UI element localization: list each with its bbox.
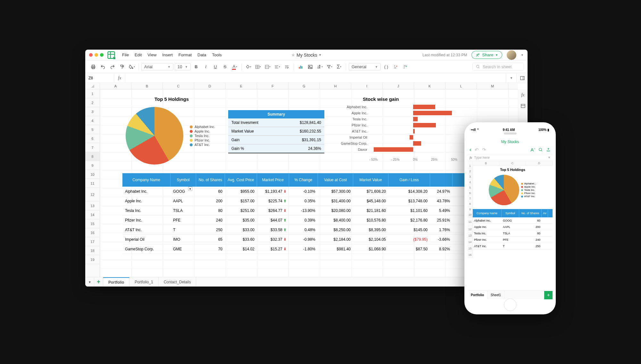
- phone-row-header[interactable]: 16: [468, 252, 473, 258]
- row-header[interactable]: 2: [85, 98, 100, 107]
- document-name[interactable]: ★ My Stocks ▼: [291, 52, 321, 58]
- sort-icon[interactable]: AZ▾: [316, 63, 324, 71]
- phone-table-row[interactable]: Pfizer Inc.PFE240: [473, 237, 553, 243]
- phone-table-row[interactable]: AT&T Inc.T250: [473, 243, 553, 249]
- row-header[interactable]: 9: [85, 161, 100, 170]
- fx-side-icon[interactable]: fx: [520, 92, 526, 98]
- formula-input[interactable]: [125, 73, 506, 83]
- phone-row-header[interactable]: 15: [468, 245, 473, 252]
- filter-dropdown-icon[interactable]: ▾: [188, 187, 192, 191]
- star-icon[interactable]: ★: [291, 52, 295, 58]
- tabs-menu-icon[interactable]: ▾: [85, 277, 94, 287]
- row-header[interactable]: 15: [85, 219, 100, 228]
- font-select[interactable]: Arial▼: [141, 63, 173, 70]
- column-header[interactable]: I: [351, 83, 383, 89]
- phone-table-row[interactable]: Tesla Inc.TSLA80: [473, 230, 553, 237]
- merge-icon[interactable]: ▾: [263, 63, 272, 71]
- menu-tools[interactable]: Tools: [212, 53, 221, 57]
- column-header[interactable]: C: [163, 83, 194, 89]
- phone-row-header[interactable]: 9: [468, 207, 473, 212]
- phone-table-row[interactable]: Alphabet Inc.GOOG60: [473, 217, 553, 224]
- phone-row-header[interactable]: 2: [468, 169, 473, 174]
- phone-row-header[interactable]: 13: [468, 232, 473, 239]
- menu-format[interactable]: Format: [179, 53, 192, 57]
- row-header[interactable]: 17: [85, 237, 100, 246]
- table-header[interactable]: No. of Shares: [196, 173, 225, 187]
- borders-icon[interactable]: ▾: [254, 63, 262, 71]
- chevron-down-icon[interactable]: ▼: [521, 53, 524, 57]
- phone-col-header[interactable]: C: [499, 161, 526, 166]
- row-header[interactable]: 4: [85, 116, 100, 125]
- column-header[interactable]: G: [288, 83, 320, 89]
- undo-icon[interactable]: ↶: [475, 147, 479, 153]
- phone-row-header[interactable]: 7: [468, 196, 473, 201]
- column-header[interactable]: H: [320, 83, 351, 89]
- cell-reference[interactable]: Z8: [85, 73, 114, 83]
- row-header[interactable]: 18: [85, 246, 100, 255]
- select-all-corner[interactable]: [85, 83, 100, 89]
- row-header[interactable]: 12: [85, 188, 100, 201]
- search-icon[interactable]: [538, 148, 543, 152]
- column-header[interactable]: B: [131, 83, 163, 89]
- row-header[interactable]: 10: [85, 170, 100, 179]
- phone-table-row[interactable]: Apple Inc.AAPL200: [473, 224, 553, 230]
- panel-icon[interactable]: [520, 103, 526, 109]
- row-header[interactable]: 19: [85, 255, 100, 264]
- back-icon[interactable]: ‹: [470, 146, 471, 153]
- menu-edit[interactable]: Edit: [135, 53, 142, 57]
- row-header[interactable]: 11: [85, 179, 100, 188]
- table-header[interactable]: Symbol: [171, 173, 196, 187]
- phone-row-header[interactable]: 12: [468, 226, 473, 232]
- phone-row-header[interactable]: 10: [468, 212, 473, 218]
- sheet-tab[interactable]: Contact_Details: [159, 277, 196, 287]
- table-row[interactable]: Tesla Inc.TSLA80$251.00$264.77⬇-13.90%$2…: [122, 206, 472, 215]
- menu-data[interactable]: Data: [197, 53, 206, 57]
- italic-icon[interactable]: I: [202, 63, 210, 71]
- table-row[interactable]: Imperial OilIMO65$33.60$32.37⬇-0.98%$2,1…: [122, 235, 472, 244]
- text-format-icon[interactable]: A=: [530, 147, 535, 152]
- column-header[interactable]: F: [257, 83, 288, 89]
- minimize-window-icon[interactable]: [95, 53, 98, 57]
- column-header[interactable]: E: [226, 83, 257, 89]
- table-header[interactable]: Market Price: [257, 173, 289, 187]
- row-header[interactable]: 8: [85, 152, 100, 161]
- increase-decimal-icon[interactable]: .00.0: [401, 63, 410, 71]
- phone-row-header[interactable]: 1: [468, 163, 473, 169]
- decrease-decimal-icon[interactable]: .0.00: [392, 63, 400, 71]
- table-header[interactable]: Value at Cost: [318, 173, 353, 187]
- chevron-down-icon[interactable]: ▼: [319, 53, 322, 57]
- phone-sheet-tab[interactable]: Portfolio: [468, 291, 487, 299]
- table-row[interactable]: Alphabet Inc.GOOG60$955.00$1,193.47⬇-0.1…: [122, 187, 472, 196]
- font-size-select[interactable]: 10▼: [175, 63, 191, 70]
- phone-row-header[interactable]: 4: [468, 180, 473, 185]
- row-header[interactable]: 13: [85, 201, 100, 210]
- menu-view[interactable]: View: [147, 53, 156, 57]
- menu-insert[interactable]: Insert: [162, 53, 173, 57]
- add-sheet-button[interactable]: +: [94, 277, 103, 287]
- phone-row-header[interactable]: 3: [468, 174, 473, 180]
- print-icon[interactable]: [89, 63, 97, 71]
- undo-icon[interactable]: [99, 63, 107, 71]
- table-row[interactable]: Pfizer Inc.PFE240$35.00$44.07⬆0.39%$8,40…: [122, 215, 472, 225]
- fx-icon[interactable]: fx: [114, 73, 125, 83]
- phone-row-header[interactable]: 5: [468, 185, 473, 190]
- phone-row-header[interactable]: 11: [468, 218, 473, 226]
- table-header[interactable]: Avg. Cost Price: [225, 173, 257, 187]
- table-header[interactable]: Company Name: [122, 173, 171, 187]
- phone-row-header[interactable]: 8: [468, 201, 473, 207]
- strikethrough-icon[interactable]: S: [221, 63, 229, 71]
- row-header[interactable]: 14: [85, 210, 100, 219]
- phone-row-header[interactable]: 14: [468, 239, 473, 245]
- row-header[interactable]: 5: [85, 125, 100, 134]
- wrap-icon[interactable]: [283, 63, 291, 71]
- filter-icon[interactable]: ▾: [325, 63, 334, 71]
- share-icon[interactable]: [546, 148, 551, 152]
- sheet-tab[interactable]: Portfolio_1: [129, 277, 158, 287]
- phone-add-sheet-button[interactable]: +: [544, 291, 553, 299]
- search-input[interactable]: Search in sheet: [472, 63, 524, 71]
- close-window-icon[interactable]: [89, 53, 93, 57]
- table-row[interactable]: GameStop Corp.GME70$14.02$15.27⬇-1.80%$9…: [122, 244, 472, 254]
- redo-icon[interactable]: ↷: [482, 147, 486, 153]
- row-header[interactable]: 3: [85, 107, 100, 116]
- image-icon[interactable]: [306, 63, 314, 71]
